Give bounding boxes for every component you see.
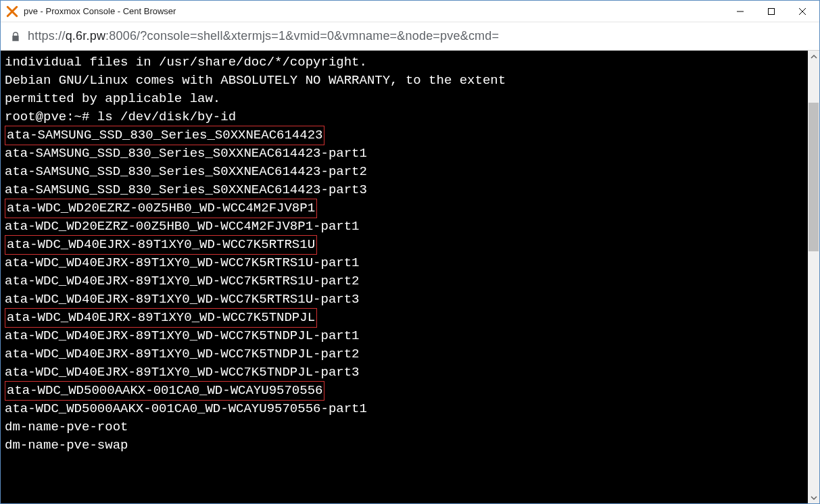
scrollbar[interactable] — [808, 51, 819, 503]
url-text: https://q.6r.pw:8006/?console=shell&xter… — [28, 29, 499, 43]
terminal-line: individual files in /usr/share/doc/*/cop… — [5, 53, 804, 72]
highlighted-disk-id: ata-WDC_WD5000AAKX-001CA0_WD-WCAYU957055… — [5, 381, 324, 401]
terminal-line: ata-WDC_WD5000AAKX-001CA0_WD-WCAYU957055… — [5, 400, 804, 418]
proxmox-icon — [6, 5, 18, 18]
terminal[interactable]: individual files in /usr/share/doc/*/cop… — [1, 51, 808, 503]
terminal-line: ata-WDC_WD20EZRZ-00Z5HB0_WD-WCC4M2FJV8P1… — [5, 218, 804, 236]
window-title: pve - Proxmox Console - Cent Browser — [24, 6, 725, 16]
terminal-line: ata-WDC_WD40EJRX-89T1XY0_WD-WCC7K5RTRS1U… — [5, 291, 804, 309]
maximize-button[interactable] — [756, 1, 787, 22]
close-button[interactable] — [787, 1, 818, 22]
terminal-line: ata-SAMSUNG_SSD_830_Series_S0XXNEAC61442… — [5, 163, 804, 181]
terminal-line: ata-SAMSUNG_SSD_830_Series_S0XXNEAC61442… — [5, 126, 804, 145]
terminal-line: ata-WDC_WD20EZRZ-00Z5HB0_WD-WCC4M2FJV8P1 — [5, 199, 804, 218]
scroll-up-button[interactable] — [808, 51, 819, 62]
terminal-line: root@pve:~# ls /dev/disk/by-id — [5, 108, 804, 126]
terminal-line: ata-WDC_WD40EJRX-89T1XY0_WD-WCC7K5RTRS1U… — [5, 254, 804, 272]
terminal-line: ata-WDC_WD40EJRX-89T1XY0_WD-WCC7K5TNDPJL — [5, 309, 804, 327]
highlighted-disk-id: ata-WDC_WD40EJRX-89T1XY0_WD-WCC7K5TNDPJL — [5, 308, 317, 328]
terminal-container: individual files in /usr/share/doc/*/cop… — [1, 51, 819, 503]
terminal-line: ata-SAMSUNG_SSD_830_Series_S0XXNEAC61442… — [5, 145, 804, 163]
terminal-line: dm-name-pve-root — [5, 418, 804, 436]
scrollbar-thumb[interactable] — [809, 103, 819, 251]
terminal-line: ata-WDC_WD40EJRX-89T1XY0_WD-WCC7K5TNDPJL… — [5, 345, 804, 363]
terminal-line: Debian GNU/Linux comes with ABSOLUTELY N… — [5, 72, 804, 90]
terminal-line: ata-WDC_WD40EJRX-89T1XY0_WD-WCC7K5TNDPJL… — [5, 327, 804, 345]
highlighted-disk-id: ata-WDC_WD20EZRZ-00Z5HB0_WD-WCC4M2FJV8P1 — [5, 199, 317, 218]
scroll-down-button[interactable] — [808, 492, 819, 503]
window-controls — [725, 1, 818, 22]
terminal-line: ata-WDC_WD5000AAKX-001CA0_WD-WCAYU957055… — [5, 382, 804, 400]
scrollbar-track[interactable] — [808, 62, 819, 492]
highlighted-disk-id: ata-WDC_WD40EJRX-89T1XY0_WD-WCC7K5RTRS1U — [5, 235, 317, 255]
terminal-line: permitted by applicable law. — [5, 90, 804, 108]
minimize-button[interactable] — [725, 1, 756, 22]
terminal-line: ata-WDC_WD40EJRX-89T1XY0_WD-WCC7K5RTRS1U… — [5, 272, 804, 291]
terminal-line: ata-WDC_WD40EJRX-89T1XY0_WD-WCC7K5TNDPJL… — [5, 363, 804, 382]
terminal-line: ata-WDC_WD40EJRX-89T1XY0_WD-WCC7K5RTRS1U — [5, 236, 804, 254]
svg-rect-0 — [769, 8, 775, 14]
terminal-line: ata-SAMSUNG_SSD_830_Series_S0XXNEAC61442… — [5, 181, 804, 199]
lock-icon — [10, 31, 21, 42]
window-titlebar: pve - Proxmox Console - Cent Browser — [1, 1, 819, 22]
highlighted-disk-id: ata-SAMSUNG_SSD_830_Series_S0XXNEAC61442… — [5, 126, 324, 145]
url-path: :8006/?console=shell&xtermjs=1&vmid=0&vm… — [105, 29, 499, 43]
url-host: q.6r.pw — [66, 29, 105, 43]
url-scheme: https:// — [28, 29, 66, 43]
terminal-line: dm-name-pve-swap — [5, 436, 804, 455]
address-bar[interactable]: https://q.6r.pw:8006/?console=shell&xter… — [1, 22, 819, 51]
